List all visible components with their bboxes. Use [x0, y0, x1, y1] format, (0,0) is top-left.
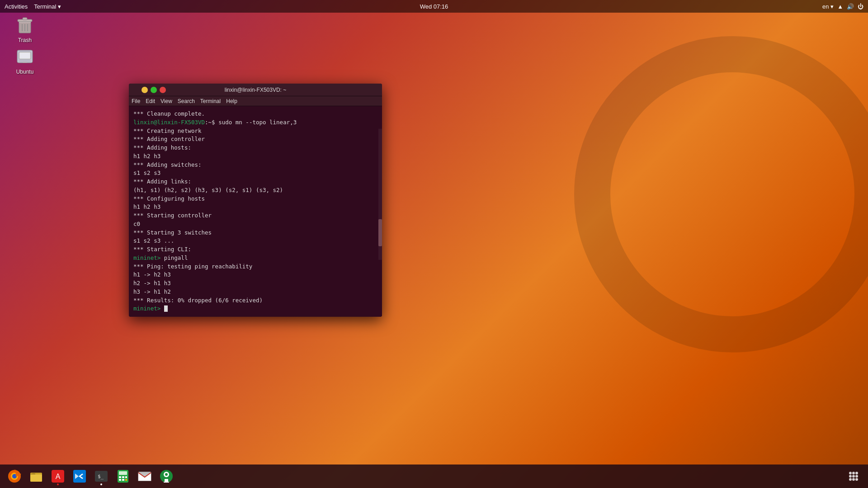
svg-text:A: A	[56, 473, 61, 480]
terminal-line-18: mininet> pingall	[133, 254, 377, 263]
top-bar: Activities Terminal ▾ Wed 07:16 en ▾ ▲ 🔊…	[0, 0, 868, 13]
ubuntu-icon	[14, 45, 36, 67]
terminal-line-5: *** Adding hosts:	[133, 144, 377, 152]
terminal-title: linxin@linxin-FX503VD: ~	[225, 87, 287, 93]
svg-text:$_: $_	[98, 474, 104, 479]
show-applications-button[interactable]	[844, 466, 863, 486]
svg-rect-16	[30, 474, 42, 482]
svg-rect-24	[119, 476, 121, 478]
app-menu[interactable]: Terminal ▾	[34, 3, 61, 10]
menu-file[interactable]: File	[132, 98, 140, 104]
wifi-icon[interactable]: ▲	[837, 3, 843, 10]
terminal-line-6: h1 h2 h3	[133, 152, 377, 161]
volume-icon[interactable]: 🔊	[847, 3, 854, 10]
minimize-button[interactable]	[142, 87, 148, 93]
svg-point-34	[165, 473, 168, 476]
trash-label: Trash	[18, 37, 32, 43]
terminal-line-11: *** Configuring hosts	[133, 195, 377, 203]
trash-icon	[14, 14, 36, 35]
activities-button[interactable]: Activities	[5, 3, 28, 10]
svg-rect-3	[23, 18, 27, 20]
terminal-line-17: *** Starting CLI:	[133, 245, 377, 254]
taskbar-icon-terminal[interactable]: $_	[91, 466, 111, 486]
app-menu-arrow: ▾	[58, 3, 61, 10]
taskbar: A $_	[0, 465, 868, 488]
maximize-button[interactable]	[151, 87, 157, 93]
terminal-line-19: *** Ping: testing ping reachability	[133, 263, 377, 271]
taskbar-icon-firefox[interactable]	[5, 466, 24, 486]
terminal-line-21: h2 -> h1 h3	[133, 279, 377, 288]
svg-rect-25	[122, 476, 124, 478]
taskbar-icon-gmail[interactable]	[135, 466, 155, 486]
desktop-icon-ubuntu[interactable]: Ubuntu	[7, 45, 43, 75]
svg-point-41	[852, 475, 855, 478]
svg-point-44	[852, 478, 855, 481]
terminal-line-2: linxin@linxin-FX503VD:~$ sudo mn --topo …	[133, 118, 377, 127]
terminal-line-13: *** Starting controller	[133, 211, 377, 220]
terminal-line-16: s1 s2 s3 ...	[133, 237, 377, 245]
terminal-window: linxin@linxin-FX503VD: ~ File Edit View …	[129, 84, 382, 317]
menu-help[interactable]: Help	[226, 98, 237, 104]
menu-search[interactable]: Search	[178, 98, 195, 104]
system-tray: en ▾ ▲ 🔊 ⏻	[822, 3, 863, 10]
terminal-cursor	[164, 305, 168, 312]
terminal-line-1: *** Cleanup complete.	[133, 110, 377, 118]
terminal-line-14: c0	[133, 220, 377, 229]
svg-point-45	[855, 478, 858, 481]
ubuntu-label: Ubuntu	[16, 69, 34, 75]
taskbar-icon-software[interactable]: A	[48, 466, 68, 486]
datetime: Wed 07:16	[420, 3, 448, 10]
language-indicator[interactable]: en ▾	[822, 3, 834, 10]
menu-terminal[interactable]: Terminal	[200, 98, 221, 104]
svg-rect-27	[119, 479, 121, 481]
terminal-scrollbar[interactable]	[378, 129, 382, 260]
svg-point-40	[849, 475, 852, 478]
terminal-line-22: h3 -> h1 h2	[133, 288, 377, 296]
svg-rect-29	[125, 479, 127, 481]
app-menu-name: Terminal	[34, 3, 56, 10]
svg-rect-9	[20, 53, 30, 58]
terminal-line-24: mininet>	[133, 305, 377, 313]
terminal-line-9: *** Adding links:	[133, 178, 377, 186]
terminal-line-15: *** Starting 3 switches	[133, 229, 377, 237]
taskbar-icon-vscode[interactable]	[70, 466, 90, 486]
terminal-titlebar: linxin@linxin-FX503VD: ~	[129, 84, 382, 96]
terminal-line-8: s1 s2 s3	[133, 169, 377, 178]
power-icon[interactable]: ⏻	[858, 3, 863, 10]
terminal-line-20: h1 -> h2 h3	[133, 271, 377, 279]
menu-view[interactable]: View	[160, 98, 172, 104]
terminal-body[interactable]: *** Cleanup complete. linxin@linxin-FX50…	[129, 106, 382, 317]
taskbar-icon-calculator[interactable]	[113, 466, 133, 486]
svg-rect-23	[119, 471, 127, 475]
taskbar-icon-files[interactable]	[26, 466, 46, 486]
window-controls	[132, 87, 166, 93]
terminal-line-4: *** Adding controller	[133, 135, 377, 144]
terminal-line-10: (h1, s1) (h2, s2) (h3, s3) (s2, s1) (s3,…	[133, 186, 377, 195]
svg-rect-11	[23, 62, 27, 63]
svg-point-38	[852, 472, 855, 474]
bg-decoration	[574, 36, 868, 352]
svg-rect-28	[122, 479, 124, 481]
taskbar-icon-gpodder[interactable]	[156, 466, 176, 486]
terminal-line-23: *** Results: 0% dropped (6/6 received)	[133, 296, 377, 305]
terminal-line-3: *** Creating network	[133, 127, 377, 136]
svg-rect-26	[125, 476, 127, 478]
terminal-line-12: h1 h2 h3	[133, 203, 377, 211]
svg-point-37	[849, 472, 852, 474]
svg-rect-36	[164, 482, 169, 483]
svg-point-39	[855, 472, 858, 474]
terminal-scrollbar-thumb[interactable]	[378, 219, 382, 246]
desktop-icon-trash[interactable]: Trash	[7, 14, 43, 43]
svg-rect-35	[165, 479, 168, 482]
svg-point-42	[855, 475, 858, 478]
terminal-line-7: *** Adding switches:	[133, 161, 377, 169]
menu-edit[interactable]: Edit	[146, 98, 155, 104]
terminal-menubar: File Edit View Search Terminal Help	[129, 96, 382, 106]
svg-point-43	[849, 478, 852, 481]
close-button[interactable]	[160, 87, 166, 93]
